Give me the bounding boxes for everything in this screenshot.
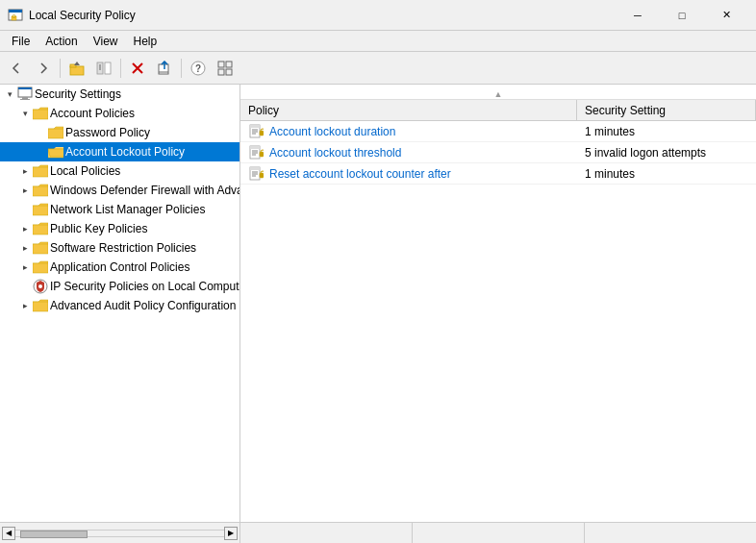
tree-item-account-lockout-policy[interactable]: Account Lockout Policy (0, 142, 239, 161)
tree-label-account-lockout: Account Lockout Policy (65, 142, 185, 161)
tree-label-network-list: Network List Manager Policies (50, 200, 205, 219)
setting-cell-2: 5 invalid logon attempts (577, 142, 756, 163)
tree-label-security-settings: Security Settings (35, 85, 121, 104)
list-item[interactable]: Account lockout duration 1 minutes (240, 121, 756, 142)
tree-item-public-key[interactable]: Public Key Policies (0, 219, 239, 238)
setting-cell-1: 1 minutes (577, 121, 756, 142)
app-icon (8, 8, 23, 23)
policy-icon-1 (248, 124, 264, 139)
tree-item-windows-defender[interactable]: Windows Defender Firewall with Adva... (0, 181, 239, 200)
folder-icon-network-list (33, 202, 48, 217)
grid-view-button[interactable] (213, 56, 238, 81)
chevron-account-lockout (33, 144, 48, 160)
monitor-icon (17, 86, 33, 102)
tree-label-password-policy: Password Policy (65, 123, 150, 142)
tree-item-security-settings[interactable]: Security Settings (0, 85, 239, 104)
svg-rect-38 (250, 167, 260, 170)
folder-open-icon-lockout (48, 144, 63, 160)
export-button[interactable] (152, 56, 177, 81)
policy-cell-1: Account lockout duration (240, 121, 577, 142)
menu-file[interactable]: File (4, 32, 38, 51)
svg-text:?: ? (195, 63, 201, 74)
setting-cell-3: 1 minutes (577, 163, 756, 185)
policy-icon-3 (248, 166, 264, 182)
folder-icon-windows-defender (33, 183, 48, 198)
status-section-2 (413, 523, 585, 543)
menu-help[interactable]: Help (126, 32, 165, 51)
tree-label-app-control: Application Control Policies (50, 258, 189, 277)
tree-item-ip-security[interactable]: IP Security Policies on Local Compute (0, 277, 239, 296)
maximize-button[interactable]: □ (660, 0, 704, 31)
tree-panel: Security Settings Account Policies (0, 85, 240, 522)
right-panel: ▲ Policy Security Setting (240, 85, 756, 522)
bottom-area: ◀ ▶ (0, 522, 756, 543)
right-status-area (240, 523, 756, 543)
window-title: Local Security Policy (29, 9, 616, 22)
minimize-button[interactable]: ─ (616, 0, 660, 31)
chevron-software-restriction (17, 240, 33, 256)
tree-item-password-policy[interactable]: Password Policy (0, 123, 239, 142)
svg-rect-7 (105, 62, 111, 74)
chevron-advanced-audit (17, 298, 33, 313)
title-bar: Local Security Policy ─ □ ✕ (0, 0, 756, 31)
tree-item-advanced-audit[interactable]: Advanced Audit Policy Configuration (0, 296, 239, 315)
hscroll-right-button[interactable]: ▶ (224, 527, 238, 540)
svg-rect-18 (226, 69, 232, 75)
chevron-windows-defender (17, 183, 33, 198)
left-scrollbar-area: ◀ ▶ (0, 523, 240, 543)
svg-rect-20 (18, 87, 32, 89)
list-item[interactable]: Account lockout threshold 5 invalid logo… (240, 142, 756, 163)
tree-label-software-restriction: Software Restriction Policies (50, 238, 196, 258)
policy-cell-2: Account lockout threshold (240, 142, 577, 163)
chevron-password-policy (33, 125, 48, 140)
svg-rect-32 (250, 146, 260, 149)
close-button[interactable]: ✕ (704, 0, 748, 31)
list-item[interactable]: Reset account lockout counter after 1 mi… (240, 163, 756, 185)
svg-rect-15 (218, 62, 224, 67)
tree-item-software-restriction[interactable]: Software Restriction Policies (0, 238, 239, 258)
policy-cell-3: Reset account lockout counter after (240, 163, 577, 185)
list-header: Policy Security Setting (240, 100, 756, 121)
svg-rect-17 (218, 69, 224, 75)
tree-label-local-policies: Local Policies (50, 161, 120, 181)
tree-item-account-policies[interactable]: Account Policies (0, 104, 239, 123)
tree-label-account-policies: Account Policies (50, 104, 135, 123)
hscroll-thumb[interactable] (20, 531, 88, 538)
tree-label-public-key: Public Key Policies (50, 219, 147, 238)
folder-icon-local-policies (33, 163, 48, 179)
chevron-public-key (17, 221, 33, 236)
svg-rect-21 (22, 97, 28, 99)
menu-bar: File Action View Help (0, 31, 756, 52)
folder-icon-account-policies (33, 106, 48, 121)
policy-icon-2 (248, 145, 264, 160)
folder-icon-software-restriction (33, 240, 48, 256)
up-button[interactable] (64, 56, 89, 81)
svg-rect-30 (260, 131, 264, 136)
tree-label-ip-security: IP Security Policies on Local Compute (50, 277, 240, 296)
toolbar: ? (0, 52, 756, 85)
svg-rect-6 (97, 62, 103, 74)
back-button[interactable] (4, 56, 29, 81)
delete-button[interactable] (125, 56, 150, 81)
tree-item-network-list[interactable]: Network List Manager Policies (0, 200, 239, 219)
tree-item-app-control[interactable]: Application Control Policies (0, 258, 239, 277)
folder-icon-public-key (33, 221, 48, 236)
menu-action[interactable]: Action (38, 32, 85, 51)
hscroll-left-button[interactable]: ◀ (2, 527, 15, 540)
tree-item-local-policies[interactable]: Local Policies (0, 161, 239, 181)
help-toolbar-button[interactable]: ? (186, 56, 211, 81)
chevron-ip-security (17, 279, 33, 294)
column-header-policy[interactable]: Policy (240, 100, 577, 121)
chevron-app-control (17, 259, 33, 275)
policy-name-1: Account lockout duration (269, 125, 395, 138)
hscroll-track[interactable] (15, 530, 224, 537)
show-hide-button[interactable] (91, 56, 116, 81)
svg-rect-26 (250, 125, 260, 128)
sort-indicator: ▲ (494, 89, 503, 99)
menu-view[interactable]: View (86, 32, 126, 51)
column-header-security-setting[interactable]: Security Setting (577, 100, 756, 121)
window-controls: ─ □ ✕ (616, 0, 748, 31)
main-container: Security Settings Account Policies (0, 85, 756, 522)
forward-button[interactable] (31, 56, 56, 81)
chevron-account-policies (17, 106, 33, 121)
